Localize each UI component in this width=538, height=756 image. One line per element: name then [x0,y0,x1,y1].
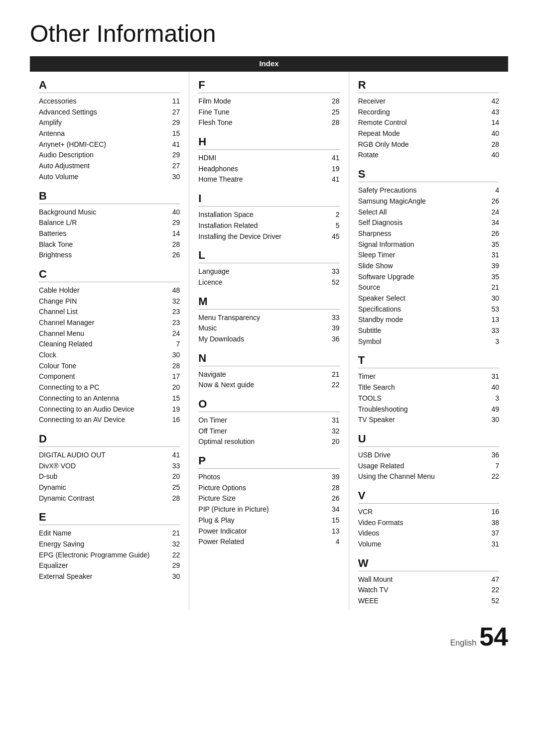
entry-page: 33 [329,266,340,277]
list-item: Background Music40 [39,207,180,218]
entry-name: Sleep Timer [358,250,488,261]
list-item: Advanced Settings27 [39,107,180,118]
entry-page: 21 [329,369,340,380]
entry-name: Rotate [358,150,488,161]
entry-name: Select All [358,207,488,218]
entry-name: Video Formats [358,518,488,529]
list-item: DivX® VOD33 [39,461,180,472]
entry-page: 31 [488,250,499,261]
entry-name: Subtitle [358,325,488,336]
list-item: Accessories11 [39,96,180,107]
entry-name: Change PIN [39,296,169,307]
list-item: Optimal resolution20 [198,436,339,447]
entry-name: Sharpness [358,228,488,239]
entry-name: Picture Options [198,483,328,494]
entry-name: Navigate [198,369,328,380]
entry-name: Cleaning Related [39,339,169,350]
section-H: HHDMI41Headphones19Home Theatre41 [198,135,339,185]
entry-name: Licence [198,277,328,288]
list-item: Change PIN32 [39,296,180,307]
entry-page: 39 [329,472,340,483]
list-item: Specifications53 [358,304,499,315]
entry-page: 40 [488,128,499,139]
list-item: Auto Adjustment27 [39,161,180,172]
entry-name: Advanced Settings [39,107,169,118]
entry-name: Channel Manager [39,318,169,328]
entry-page: 27 [169,107,180,118]
list-item: Edit Name21 [39,528,180,539]
list-item: Volume31 [358,539,499,550]
entry-name: EPG (Electronic Programme Guide) [39,550,169,561]
entry-page: 29 [169,560,180,571]
entry-page: 31 [488,539,499,550]
list-item: Cable Holder48 [39,285,180,296]
entry-page: 30 [169,571,180,582]
entry-name: Music [198,323,328,334]
list-item: Samsung MagicAngle26 [358,196,499,207]
list-item: Licence52 [198,277,339,288]
list-item: Home Theatre41 [198,174,339,185]
list-item: Safety Precautions4 [358,185,499,196]
entry-name: Using the Channel Menu [358,471,488,482]
entry-page: 28 [169,493,180,504]
list-item: Title Search40 [358,382,499,393]
entry-name: Dynamic Contrast [39,493,169,504]
entry-page: 22 [488,471,499,482]
list-item: TV Speaker30 [358,415,499,426]
entry-page: 41 [329,174,340,185]
entry-page: 47 [488,574,499,585]
entry-name: Connecting to an Antenna [39,393,169,404]
footer: English 54 [30,622,508,651]
entry-page: 40 [488,382,499,393]
entry-page: 4 [488,185,499,196]
entry-name: Source [358,282,488,293]
entry-name: Picture Size [198,493,328,504]
entry-page: 30 [488,293,499,304]
section-C: CCable Holder48Change PIN32Channel List2… [39,268,180,426]
entry-page: 37 [488,528,499,539]
list-item: Connecting to an Antenna15 [39,393,180,404]
list-item: Video Formats38 [358,518,499,529]
entry-name: Slide Show [358,261,488,272]
entry-name: Antenna [39,128,169,139]
entry-name: Audio Description [39,150,169,161]
entry-page: 25 [329,107,340,118]
list-item: Symbol3 [358,336,499,347]
letter-C: C [39,268,180,282]
section-M: MMenu Transparency33Music39My Downloads3… [198,295,339,345]
section-O: OOn Timer31Off Timer32Optimal resolution… [198,398,339,447]
entry-name: Watch TV [358,585,488,596]
index-header: Index [30,56,508,71]
list-item: Power Indicator13 [198,526,339,537]
list-item: Component17 [39,371,180,382]
section-N: NNavigate21Now & Next guide22 [198,352,339,391]
list-item: Installation Space2 [198,210,339,220]
list-item: Wall Mount47 [358,574,499,585]
list-item: TOOLS3 [358,393,499,404]
letter-E: E [39,511,180,525]
list-item: Channel Menu24 [39,328,180,339]
column-1: FFilm Mode28Fine Tune25Flesh Tone28HHDMI… [189,72,349,610]
entry-name: Self Diagnosis [358,217,488,228]
entry-page: 28 [329,483,340,494]
section-F: FFilm Mode28Fine Tune25Flesh Tone28 [198,79,339,128]
list-item: Energy Saving32 [39,539,180,550]
letter-V: V [358,489,499,504]
entry-name: Auto Adjustment [39,161,169,172]
entry-page: 11 [169,96,180,107]
entry-name: Balance L/R [39,217,169,228]
list-item: Cleaning Related7 [39,339,180,350]
entry-page: 52 [329,277,340,288]
letter-N: N [198,352,339,366]
section-T: TTimer31Title Search40TOOLS3Troubleshoot… [358,354,499,425]
entry-name: Power Related [198,537,328,547]
list-item: RGB Only Mode28 [358,139,499,150]
entry-page: 34 [488,217,499,228]
entry-name: RGB Only Mode [358,139,488,150]
list-item: Sleep Timer31 [358,250,499,261]
list-item: Fine Tune25 [198,107,339,118]
entry-page: 16 [169,415,180,426]
list-item: Connecting to an AV Device16 [39,415,180,426]
list-item: Receiver42 [358,96,499,107]
section-R: RReceiver42Recording43Remote Control14Re… [358,79,499,161]
